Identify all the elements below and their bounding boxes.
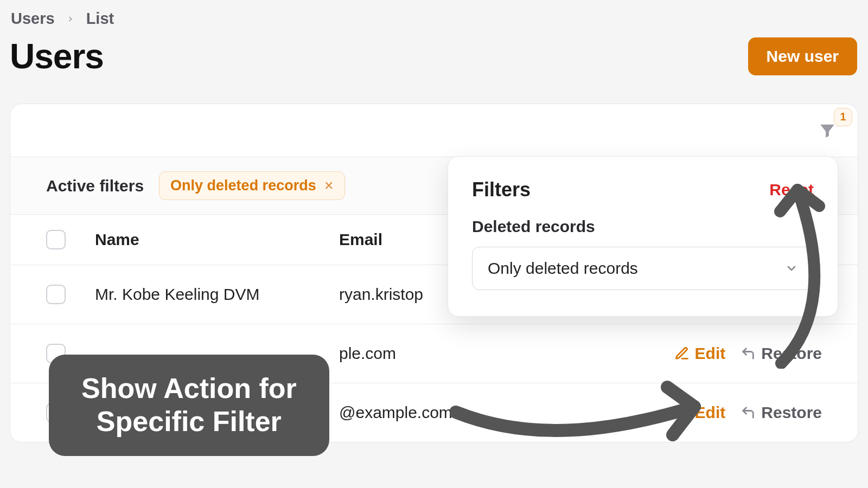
breadcrumb: Users List xyxy=(0,0,868,31)
select-all-checkbox[interactable] xyxy=(46,230,66,249)
chevron-right-icon xyxy=(67,13,74,25)
edit-icon xyxy=(674,405,690,420)
filter-chip-label: Only deleted records xyxy=(170,177,316,194)
chevron-down-icon xyxy=(785,262,798,275)
close-icon[interactable]: ✕ xyxy=(324,179,334,193)
filters-reset-button[interactable]: Reset xyxy=(769,181,814,199)
undo-icon xyxy=(741,405,756,420)
edit-icon xyxy=(674,346,690,361)
filters-popover-title: Filters xyxy=(472,178,531,201)
filters-popover: Filters Reset Deleted records Only delet… xyxy=(448,156,838,317)
annotation-line: Specific Filter xyxy=(81,405,297,438)
active-filters-label: Active filters xyxy=(46,177,144,195)
page-title: Users xyxy=(10,36,104,76)
page-header: Users New user xyxy=(0,31,868,96)
annotation-line: Show Action for xyxy=(81,372,297,405)
undo-icon xyxy=(741,346,756,361)
new-user-button[interactable]: New user xyxy=(748,37,857,75)
funnel-icon xyxy=(818,121,837,140)
edit-action[interactable]: Edit xyxy=(674,403,726,422)
column-header-name[interactable]: Name xyxy=(95,230,339,249)
deleted-records-select[interactable]: Only deleted records xyxy=(472,247,814,290)
cell-name: Mr. Kobe Keeling DVM xyxy=(95,285,339,304)
edit-action[interactable]: Edit xyxy=(674,344,726,363)
edit-label: Edit xyxy=(695,403,726,422)
annotation-callout: Show Action for Specific Filter xyxy=(49,355,329,456)
filter-count-badge: 1 xyxy=(834,108,852,126)
filter-button[interactable]: 1 xyxy=(816,120,838,142)
breadcrumb-root[interactable]: Users xyxy=(11,10,55,28)
filter-chip-deleted[interactable]: Only deleted records ✕ xyxy=(159,171,345,200)
edit-label: Edit xyxy=(695,344,726,363)
cell-email: ple.com xyxy=(339,344,637,363)
card-toolbar: 1 xyxy=(10,104,858,157)
restore-action[interactable]: Restore xyxy=(741,344,822,363)
restore-label: Restore xyxy=(761,403,822,422)
restore-action[interactable]: Restore xyxy=(741,403,822,422)
row-checkbox[interactable] xyxy=(46,285,66,304)
select-value: Only deleted records xyxy=(488,259,638,278)
breadcrumb-current: List xyxy=(86,10,114,28)
filter-field-label: Deleted records xyxy=(472,217,814,236)
cell-email: @example.com xyxy=(339,403,637,422)
restore-label: Restore xyxy=(761,344,822,363)
